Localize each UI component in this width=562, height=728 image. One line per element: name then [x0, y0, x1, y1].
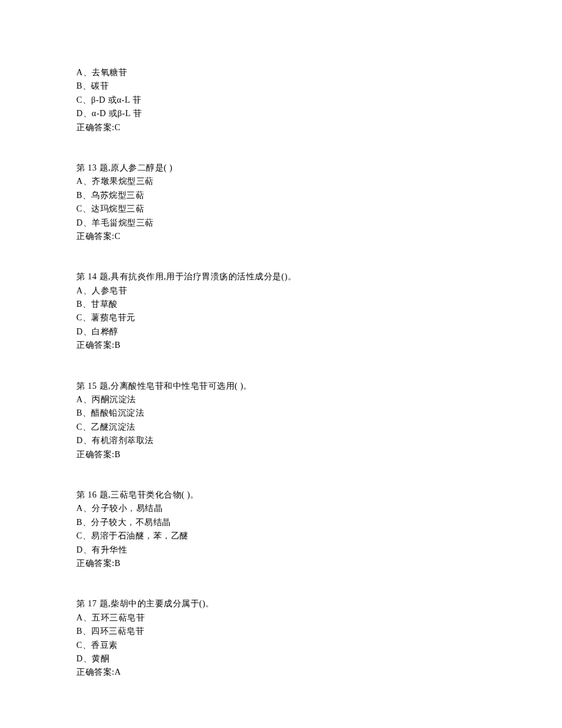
- correct-answer: 正确答案:B: [76, 448, 562, 461]
- option-d: D、白桦醇: [76, 325, 562, 339]
- question-stem: 第 16 题,三萜皂苷类化合物( )。: [76, 488, 562, 502]
- option-b: B、四环三萜皂苷: [76, 625, 562, 638]
- option-a: A、去氧糖苷: [76, 66, 562, 79]
- option-b: B、分子较大，不易结晶: [76, 516, 562, 529]
- option-c: C、乙醚沉淀法: [76, 421, 562, 434]
- option-c: C、β-D 或α-L 苷: [76, 94, 562, 107]
- question-block-13: 第 13 题,原人参二醇是( ) A、齐墩果烷型三萜 B、乌苏烷型三萜 C、达玛…: [76, 161, 562, 243]
- question-stem: 第 17 题,柴胡中的主要成分属于()。: [76, 597, 562, 611]
- option-a: A、人参皂苷: [76, 284, 562, 298]
- option-d: D、有升华性: [76, 543, 562, 557]
- option-a: A、齐墩果烷型三萜: [76, 175, 562, 188]
- question-block-14: 第 14 题,具有抗炎作用,用于治疗胃溃疡的活性成分是()。 A、人参皂苷 B、…: [76, 270, 562, 352]
- option-a: A、五环三萜皂苷: [76, 611, 562, 625]
- option-d: D、黄酮: [76, 652, 562, 666]
- question-stem: 第 15 题,分离酸性皂苷和中性皂苷可选用( )。: [76, 380, 562, 393]
- question-block-16: 第 16 题,三萜皂苷类化合物( )。 A、分子较小，易结晶 B、分子较大，不易…: [76, 488, 562, 570]
- question-stem: 第 13 题,原人参二醇是( ): [76, 161, 562, 175]
- correct-answer: 正确答案:B: [76, 339, 562, 352]
- correct-answer: 正确答案:A: [76, 666, 562, 679]
- question-block-17: 第 17 题,柴胡中的主要成分属于()。 A、五环三萜皂苷 B、四环三萜皂苷 C…: [76, 597, 562, 679]
- correct-answer: 正确答案:C: [76, 121, 562, 134]
- question-stem: 第 14 题,具有抗炎作用,用于治疗胃溃疡的活性成分是()。: [76, 270, 562, 284]
- option-a: A、分子较小，易结晶: [76, 502, 562, 515]
- option-b: B、醋酸铅沉淀法: [76, 406, 562, 420]
- option-b: B、甘草酸: [76, 298, 562, 311]
- option-c: C、薯蓣皂苷元: [76, 311, 562, 325]
- option-b: B、乌苏烷型三萜: [76, 189, 562, 202]
- option-c: C、易溶于石油醚，苯，乙醚: [76, 529, 562, 543]
- question-block-12-partial: A、去氧糖苷 B、碳苷 C、β-D 或α-L 苷 D、α-D 或β-L 苷 正确…: [76, 66, 562, 134]
- option-d: D、α-D 或β-L 苷: [76, 107, 562, 120]
- option-c: C、达玛烷型三萜: [76, 202, 562, 216]
- correct-answer: 正确答案:C: [76, 230, 562, 243]
- question-block-15: 第 15 题,分离酸性皂苷和中性皂苷可选用( )。 A、丙酮沉淀法 B、醋酸铅沉…: [76, 380, 562, 461]
- option-c: C、香豆素: [76, 639, 562, 652]
- option-d: D、有机溶剂萃取法: [76, 434, 562, 447]
- option-b: B、碳苷: [76, 79, 562, 93]
- document-page: A、去氧糖苷 B、碳苷 C、β-D 或α-L 苷 D、α-D 或β-L 苷 正确…: [0, 0, 562, 680]
- option-a: A、丙酮沉淀法: [76, 393, 562, 406]
- option-d: D、羊毛甾烷型三萜: [76, 216, 562, 230]
- correct-answer: 正确答案:B: [76, 557, 562, 570]
